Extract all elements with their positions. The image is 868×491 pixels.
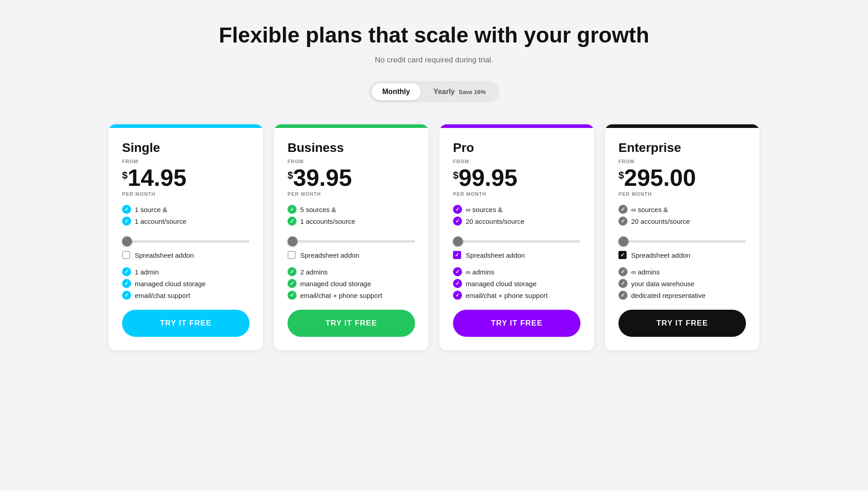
plans-grid: SingleFROM$14.95PER MONTH✓1 source &✓1 a… — [108, 124, 760, 350]
addon-checkbox[interactable] — [288, 251, 296, 259]
plan-addon-pro[interactable]: ✓Spreadsheet addon — [453, 251, 580, 259]
plan-slider-single[interactable] — [122, 240, 250, 243]
list-item: ✓managed cloud storage — [453, 279, 580, 288]
plan-source-features-business: ✓5 sources &✓1 accounts/source — [288, 205, 415, 228]
addon-checkbox[interactable]: ✓ — [453, 251, 461, 259]
plan-extra-features-enterprise: ✓∞ admins✓your data warehouse✓dedicated … — [618, 267, 746, 302]
cta-button-pro[interactable]: TRY IT FREE — [453, 310, 580, 337]
slider-thumb[interactable] — [618, 236, 628, 246]
plan-per-month-single: PER MONTH — [122, 191, 250, 197]
plan-card-business: BusinessFROM$39.95PER MONTH✓5 sources &✓… — [274, 124, 429, 350]
list-item: ✓∞ admins — [453, 267, 580, 276]
check-icon: ✓ — [122, 217, 131, 226]
plan-price-pro: 99.95 — [458, 166, 517, 189]
plan-card-single: SingleFROM$14.95PER MONTH✓1 source &✓1 a… — [108, 124, 263, 350]
plan-from-enterprise: FROM — [618, 159, 746, 164]
plan-source-features-enterprise: ✓∞ sources &✓20 accounts/source — [618, 205, 746, 228]
plan-addon-enterprise[interactable]: ✓Spreadsheet addon — [618, 251, 746, 259]
plan-per-month-enterprise: PER MONTH — [618, 191, 746, 197]
plan-slider-business[interactable] — [288, 240, 415, 243]
check-icon: ✓ — [453, 217, 462, 226]
plan-name-enterprise: Enterprise — [618, 141, 746, 155]
list-item: ✓1 account/source — [122, 217, 250, 226]
addon-label: Spreadsheet addon — [466, 251, 525, 259]
addon-label: Spreadsheet addon — [300, 251, 359, 259]
plan-from-business: FROM — [288, 159, 415, 164]
list-item: ✓1 source & — [122, 205, 250, 214]
toggle-monthly[interactable]: Monthly — [372, 83, 421, 100]
plan-extra-features-pro: ✓∞ admins✓managed cloud storage✓email/ch… — [453, 267, 580, 302]
list-item: ✓2 admins — [288, 267, 415, 276]
plan-card-pro: ProFROM$99.95PER MONTH✓∞ sources &✓20 ac… — [439, 124, 594, 350]
plan-from-pro: FROM — [453, 159, 580, 164]
plan-price-business: 39.95 — [293, 166, 352, 189]
check-icon: ✓ — [618, 217, 627, 226]
plan-from-single: FROM — [122, 159, 250, 164]
list-item: ✓your data warehouse — [618, 279, 746, 288]
cta-button-enterprise[interactable]: TRY IT FREE — [618, 310, 746, 337]
plan-top-bar-enterprise — [605, 124, 760, 128]
list-item: ✓1 accounts/source — [288, 217, 415, 226]
plan-currency-single: $ — [122, 170, 127, 181]
plan-price-enterprise: 295.00 — [624, 166, 696, 189]
list-item: ✓∞ sources & — [618, 205, 746, 214]
check-icon: ✓ — [122, 205, 131, 214]
plan-top-bar-single — [108, 124, 263, 128]
plan-addon-single[interactable]: Spreadsheet addon — [122, 251, 250, 259]
plan-name-single: Single — [122, 141, 250, 155]
check-icon: ✓ — [453, 205, 462, 214]
plan-addon-business[interactable]: Spreadsheet addon — [288, 251, 415, 259]
plan-source-features-single: ✓1 source &✓1 account/source — [122, 205, 250, 228]
addon-checkbox[interactable]: ✓ — [618, 251, 627, 259]
check-icon: ✓ — [453, 279, 462, 288]
list-item: ✓20 accounts/source — [618, 217, 746, 226]
plan-top-bar-pro — [439, 124, 594, 128]
check-icon: ✓ — [618, 267, 627, 276]
cta-button-business[interactable]: TRY IT FREE — [288, 310, 415, 337]
plan-extra-features-single: ✓1 admin✓managed cloud storage✓email/cha… — [122, 267, 250, 302]
plan-top-bar-business — [274, 124, 429, 128]
billing-toggle[interactable]: Monthly Yearly Save 16% — [369, 81, 500, 103]
addon-label: Spreadsheet addon — [135, 251, 194, 259]
plan-name-pro: Pro — [453, 141, 580, 155]
check-icon: ✓ — [288, 291, 297, 300]
plan-source-features-pro: ✓∞ sources &✓20 accounts/source — [453, 205, 580, 228]
list-item: ✓email/chat + phone support — [288, 291, 415, 300]
list-item: ✓∞ sources & — [453, 205, 580, 214]
check-icon: ✓ — [618, 279, 627, 288]
check-icon: ✓ — [288, 205, 297, 214]
addon-label: Spreadsheet addon — [631, 251, 690, 259]
plan-slider-enterprise[interactable] — [618, 240, 746, 243]
cta-button-single[interactable]: TRY IT FREE — [122, 310, 250, 337]
check-icon: ✓ — [453, 291, 462, 300]
page-subtitle: No credit card required during trial. — [375, 56, 493, 65]
plan-per-month-pro: PER MONTH — [453, 191, 580, 197]
slider-thumb[interactable] — [453, 236, 463, 246]
toggle-save-badge: Save 16% — [458, 89, 486, 95]
plan-currency-pro: $ — [453, 170, 458, 181]
plan-name-business: Business — [288, 141, 415, 155]
list-item: ✓dedicated representative — [618, 291, 746, 300]
plan-slider-pro[interactable] — [453, 240, 580, 243]
slider-thumb[interactable] — [288, 236, 297, 246]
list-item: ✓managed cloud storage — [122, 279, 250, 288]
plan-per-month-business: PER MONTH — [288, 191, 415, 197]
check-icon: ✓ — [618, 291, 627, 300]
list-item: ✓email/chat support — [122, 291, 250, 300]
list-item: ✓20 accounts/source — [453, 217, 580, 226]
list-item: ✓∞ admins — [618, 267, 746, 276]
toggle-yearly[interactable]: Yearly Save 16% — [423, 83, 497, 100]
plan-price-single: 14.95 — [127, 166, 186, 189]
addon-checkbox[interactable] — [122, 251, 130, 259]
check-icon: ✓ — [122, 267, 131, 276]
page-title: Flexible plans that scale with your grow… — [219, 23, 649, 47]
plan-currency-business: $ — [288, 170, 293, 181]
list-item: ✓email/chat + phone support — [453, 291, 580, 300]
check-icon: ✓ — [122, 291, 131, 300]
check-icon: ✓ — [122, 279, 131, 288]
check-icon: ✓ — [288, 279, 297, 288]
plan-extra-features-business: ✓2 admins✓managed cloud storage✓email/ch… — [288, 267, 415, 302]
list-item: ✓5 sources & — [288, 205, 415, 214]
plan-card-enterprise: EnterpriseFROM$295.00PER MONTH✓∞ sources… — [605, 124, 760, 350]
slider-thumb[interactable] — [122, 236, 132, 246]
